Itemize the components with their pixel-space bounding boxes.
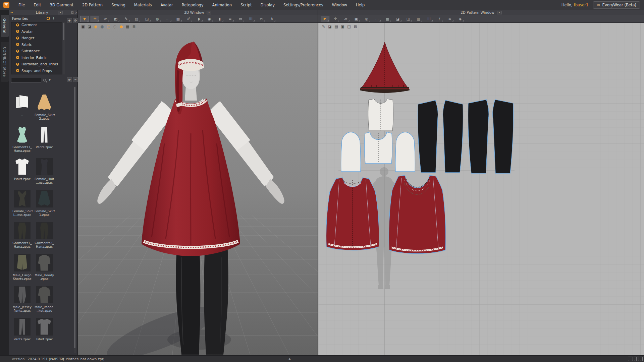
sewing-3d-tool-button[interactable]: ✐ <box>184 16 193 22</box>
float-panel-icon[interactable]: ◱ <box>71 11 74 14</box>
trim-image-tool-button[interactable]: ▣ <box>352 16 361 22</box>
library-item[interactable]: Female_Shirr i...ess.zpac <box>12 190 32 222</box>
library-grid-scrollbar[interactable] <box>74 86 76 353</box>
search-icon[interactable] <box>43 79 46 81</box>
edit-texture-tool-button[interactable]: ◫ <box>404 16 413 22</box>
favorites-toggle-icon[interactable] <box>47 17 50 20</box>
favorite-item[interactable]: Substance <box>16 49 62 53</box>
show-gizmo-icon[interactable]: ● <box>119 24 124 29</box>
menu-item[interactable]: Script <box>236 0 256 10</box>
transform-pattern-tool-button[interactable]: ◤ <box>321 16 329 22</box>
layout-split-icon[interactable] <box>634 357 639 361</box>
library-item[interactable]: Pants.zpac <box>35 126 54 158</box>
favorite-item[interactable]: Fabric <box>16 42 62 47</box>
library-item[interactable]: Tshirt.zpac <box>12 158 32 190</box>
snapshot-3d-icon[interactable]: ⊟ <box>131 24 137 29</box>
viewport-2d[interactable]: ✎ ◪ ▤ ▣ ◫ ⊟ <box>318 23 644 355</box>
library-item[interactable]: Female_Halt ...ess.zpac <box>35 158 54 190</box>
favorite-item[interactable]: Hardware_and_Trims <box>16 62 62 66</box>
window-3d-caret-icon[interactable]: ▾ <box>207 11 211 14</box>
menu-item[interactable]: Retopology <box>177 0 208 10</box>
trace-tool-button[interactable]: ⋯ <box>373 16 381 22</box>
topstitch-tool-button[interactable]: ≡ <box>226 16 234 22</box>
show-base-pattern-icon[interactable]: ◫ <box>346 24 352 29</box>
collapse-statusbar-icon[interactable]: ▲ <box>288 357 291 360</box>
menu-item[interactable]: 3D Garment <box>46 0 78 10</box>
library-item[interactable]: Male_Padde. ..ket.zpac <box>35 286 54 318</box>
show-avatar-icon[interactable]: ◍ <box>100 24 105 29</box>
pattern-bodice-front[interactable] <box>368 99 393 131</box>
menu-item[interactable]: Help <box>352 0 369 10</box>
menu-item[interactable]: Animation <box>208 0 236 10</box>
seam-allowance-tool-button[interactable]: ≋ <box>445 16 454 22</box>
everywear-button[interactable]: ⊞ EveryWear (Beta) <box>593 1 640 9</box>
transform-pattern-3d-tool-button[interactable]: ▱ <box>101 16 110 22</box>
tab-connect-store[interactable]: CONNECT Store <box>1 42 9 82</box>
sync-favorites-button[interactable]: ⟳ <box>73 18 78 23</box>
render-style-icon[interactable]: ▣ <box>80 24 86 29</box>
edit-style-2d-icon[interactable]: ✎ <box>321 24 326 29</box>
grid-tool-tool-button[interactable]: ▦ <box>383 16 392 22</box>
pleats-2d-tool-button[interactable]: III <box>425 16 433 22</box>
favorite-item[interactable]: Hanger <box>16 36 62 40</box>
library-item[interactable]: Garments1_ Hana.zpac <box>12 222 32 254</box>
library-menu-caret-icon[interactable]: ▾ <box>58 11 63 14</box>
menu-item[interactable]: File <box>14 0 29 10</box>
layout-split-alt-icon[interactable] <box>640 357 644 361</box>
menu-item[interactable]: Window <box>328 0 352 10</box>
internal-line-tool-button[interactable]: ∕ <box>435 16 444 22</box>
show-garment-mini-icon[interactable]: ◪ <box>327 24 332 29</box>
library-item[interactable]: Tshirt.zpac <box>35 318 54 350</box>
app-logo-icon[interactable] <box>3 2 9 8</box>
polygon-pattern-tool-button[interactable]: ▱ <box>341 16 350 22</box>
library-item[interactable]: Garments2_ Hana.zpac <box>35 222 54 254</box>
press-tool-tool-button[interactable]: ◪ <box>393 16 402 22</box>
username[interactable]: fbuser1 <box>574 3 589 7</box>
menu-item[interactable]: Sewing <box>107 0 130 10</box>
menu-item[interactable]: Display <box>256 0 279 10</box>
favorites-scrollbar[interactable] <box>63 22 65 74</box>
pen-3d-tool-button[interactable]: ✎ <box>122 16 130 22</box>
select-mesh-tool-button[interactable]: ◩ <box>111 16 120 22</box>
library-item[interactable]: Male_Cargo Shorts.zpac <box>12 254 32 286</box>
search-input[interactable] <box>11 78 41 83</box>
menu-item[interactable]: Settings/Preferences <box>279 0 328 10</box>
refresh-library-button[interactable]: ⟳ <box>67 77 72 82</box>
cut-scissors-tool-button[interactable]: ✂ <box>257 16 266 22</box>
show-grid-3d-icon[interactable]: ▦ <box>125 24 130 29</box>
edit-topstitch-tool-button[interactable]: ▥ <box>414 16 423 22</box>
library-item[interactable]: Male_Hoody .zpac <box>35 254 54 286</box>
library-item[interactable]: Garments3_ Hana.zpac <box>12 126 32 158</box>
favorite-item[interactable]: Garment <box>16 22 62 27</box>
favorite-item[interactable]: Interior_Fabric <box>16 55 62 60</box>
snapshot-2d-icon[interactable]: ⊟ <box>353 24 358 29</box>
tape-measure-tool-button[interactable]: ⋯ <box>163 16 172 22</box>
favorite-item[interactable]: Avatar <box>16 29 62 34</box>
menu-item[interactable]: Avatar <box>156 0 177 10</box>
show-trim-2d-icon[interactable]: ▣ <box>340 24 345 29</box>
download-icon[interactable]: ↧ <box>52 16 55 20</box>
show-arrangement-icon[interactable]: ▢ <box>106 24 111 29</box>
pattern-tunic-front[interactable] <box>326 178 379 250</box>
layout-single-icon[interactable] <box>628 357 633 361</box>
fold-arrangement-tool-button[interactable]: ◳ <box>143 16 151 22</box>
search-options-caret-icon[interactable]: ▼ <box>49 78 51 81</box>
show-fitting-icon[interactable]: ◉ <box>93 24 98 29</box>
edit-pattern-tool-button[interactable]: ✛ <box>331 16 340 22</box>
show-garment-icon[interactable]: ◪ <box>87 24 92 29</box>
tab-general[interactable]: General <box>1 15 9 37</box>
library-item[interactable]: Pants.zpac <box>12 318 32 350</box>
favorite-item[interactable]: Snaps_and_Props <box>16 68 62 73</box>
arrangement-points-tool-button[interactable]: ▤ <box>132 16 141 22</box>
pattern-silhouette-tool-button[interactable]: ◎ <box>362 16 371 22</box>
library-item[interactable]: .. <box>12 94 32 126</box>
select-move-tool-button[interactable]: ✛ <box>91 16 99 22</box>
pleats-tool-button[interactable]: III <box>247 16 255 22</box>
steam-iron-tool-button[interactable]: ◗ <box>195 16 203 22</box>
show-garment-2d-tool-button[interactable]: ◈ <box>456 16 465 22</box>
viewport-3d[interactable]: ▣ ◪ ◉ ◍ ▢ ◌ ● ▦ ⊟ <box>78 23 318 355</box>
flatten-tool-button[interactable]: ▦ <box>174 16 182 22</box>
show-pose-icon[interactable]: ◌ <box>112 24 117 29</box>
avatar-display-tool-button[interactable]: ◍ <box>153 16 162 22</box>
favorites-list[interactable]: Garment Avatar Hanger Fabric <box>11 22 62 74</box>
